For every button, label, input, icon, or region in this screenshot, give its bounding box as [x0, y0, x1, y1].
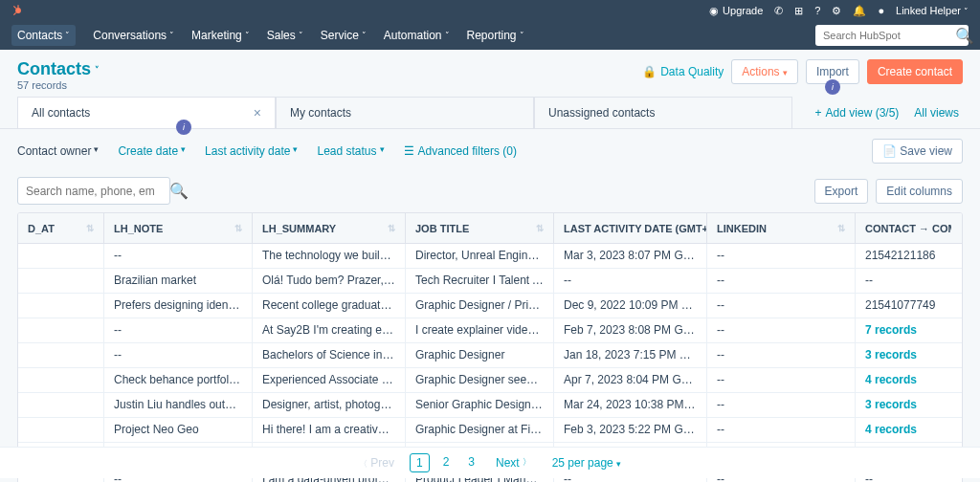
add-view-button[interactable]: +Add view (3/5) — [815, 106, 900, 120]
table-row[interactable]: --At Say2B I'm creating explai...I creat… — [18, 318, 962, 343]
table-cell: -- — [707, 368, 856, 392]
nav-item-marketing[interactable]: Marketing ˅ — [191, 25, 250, 46]
sort-icon: ⇅ — [837, 223, 845, 233]
nav-item-automation[interactable]: Automation ˅ — [384, 25, 450, 46]
table-cell: Justin Liu handles outbound ... — [104, 393, 253, 417]
table-cell[interactable]: 3 records — [856, 393, 951, 417]
account-menu[interactable]: Linked Helper ˅ — [896, 5, 969, 16]
nav-item-conversations[interactable]: Conversations ˅ — [93, 25, 174, 46]
table-cell[interactable]: 4 records — [856, 418, 951, 442]
nav-item-reporting[interactable]: Reporting ˅ — [467, 25, 524, 46]
svg-line-2 — [13, 6, 15, 8]
table-cell: Senior Graphic Designer at B... — [406, 393, 554, 417]
filter-contact-owner[interactable]: Contact owner ▾ — [17, 144, 99, 158]
column-header[interactable]: CONTACT → COMMU⇅ — [856, 213, 951, 243]
table-cell[interactable]: 7 records — [856, 318, 951, 342]
table-row[interactable]: --Bachelors of Science in Grap...Graphic… — [18, 343, 962, 368]
hubspot-logo-icon[interactable] — [11, 4, 25, 17]
table-search[interactable]: 🔍 — [17, 177, 170, 205]
marketplace-icon[interactable]: ⊞ — [794, 5, 803, 17]
phone-icon[interactable]: ✆ — [774, 5, 783, 17]
table-cell: Tech Recruiter I Talent Acqui... — [406, 269, 554, 293]
settings-icon[interactable]: ⚙ — [832, 5, 841, 17]
edit-columns-button[interactable]: Edit columns — [876, 179, 963, 204]
next-page[interactable]: Next 〉 — [490, 454, 537, 471]
table-cell: Prefers designing identica — [104, 294, 253, 318]
table-row[interactable]: Prefers designing identicaRecent college… — [18, 294, 962, 318]
filter-last-activity[interactable]: Last activity date ▾ — [205, 144, 298, 158]
table-cell: Director, Unreal Engine at Ep... — [406, 244, 554, 268]
nav-item-sales[interactable]: Sales ˅ — [267, 25, 303, 46]
table-cell — [18, 393, 104, 417]
table-row[interactable]: Justin Liu handles outbound ...Designer,… — [18, 393, 962, 418]
sort-icon: ⇅ — [536, 223, 544, 233]
upgrade-button[interactable]: ◉ Upgrade — [709, 5, 763, 17]
create-contact-button[interactable]: Create contact — [867, 59, 963, 84]
plus-icon: + — [815, 106, 822, 120]
table-cell: I create explainer videos to ... — [406, 318, 554, 342]
global-search[interactable]: 🔍 — [815, 25, 969, 46]
all-views-link[interactable]: All views — [914, 106, 959, 120]
filter-row: Contact owner ▾ Create date ▾ Last activ… — [0, 129, 980, 173]
filter-icon: ☰ — [404, 144, 414, 158]
help-icon[interactable]: ? — [814, 5, 820, 16]
column-header[interactable]: LH_NOTE⇅ — [104, 213, 253, 243]
page-title[interactable]: Contacts˅ — [17, 59, 100, 79]
table-row[interactable]: Project Neo GeoHi there! I am a creative… — [18, 418, 962, 443]
filter-lead-status[interactable]: Lead status ▾ — [317, 144, 384, 158]
tab-unassigned-contacts[interactable]: Unassigned contacts — [534, 97, 792, 128]
table-row[interactable]: Brazilian marketOlá! Tudo bem? Prazer, m… — [18, 269, 962, 294]
search-icon[interactable]: 🔍 — [169, 182, 189, 200]
column-header[interactable]: JOB TITLE⇅ — [406, 213, 554, 243]
table-cell: Graphic Designer seeking op... — [406, 368, 554, 392]
table-row[interactable]: Check behance portfolio. De...Experience… — [18, 368, 962, 393]
close-icon[interactable]: × — [254, 105, 261, 120]
data-quality-link[interactable]: 🔒 Data Quality — [642, 65, 724, 78]
table-cell: 21542121186 — [856, 244, 951, 268]
table-cell: -- — [104, 318, 253, 342]
tabs-row: All contacts×My contactsUnassigned conta… — [0, 97, 980, 129]
sort-icon: ⇅ — [234, 223, 242, 233]
page-3[interactable]: 3 — [462, 453, 480, 472]
table-cell: -- — [707, 269, 856, 293]
table-cell[interactable]: 4 records — [856, 368, 951, 392]
table-cell: -- — [707, 343, 856, 367]
svg-line-3 — [13, 12, 15, 14]
table-cell: Mar 24, 2023 10:38 PM GMT+4 — [554, 393, 707, 417]
advanced-filters[interactable]: ☰Advanced filters (0) — [404, 144, 517, 158]
tab-all-contacts[interactable]: All contacts× — [17, 97, 276, 128]
table-cell: Check behance portfolio. De... — [104, 368, 253, 392]
table-cell: Bachelors of Science in Grap... — [253, 343, 406, 367]
page-2[interactable]: 2 — [437, 453, 456, 472]
column-header[interactable]: LH_SUMMARY⇅ — [253, 213, 406, 243]
actions-dropdown[interactable]: Actions ▾ — [731, 59, 798, 84]
global-search-input[interactable] — [823, 30, 955, 41]
lock-icon: 🔒 — [642, 65, 657, 78]
column-header[interactable]: LINKEDIN⇅ — [707, 213, 856, 243]
pagination: 〈 Prev 123 Next 〉 25 per page ▾ — [0, 447, 980, 478]
table-search-input[interactable] — [26, 185, 169, 198]
table-cell: -- — [707, 418, 856, 442]
export-button[interactable]: Export — [814, 179, 869, 204]
avatar-icon[interactable]: ● — [878, 5, 884, 16]
table-row[interactable]: --The technology we build for ...Directo… — [18, 244, 962, 269]
table-cell: -- — [707, 244, 856, 268]
table-cell: Hi there! I am a creative pro... — [253, 418, 406, 442]
page-1[interactable]: 1 — [410, 453, 430, 472]
tab-my-contacts[interactable]: My contacts — [276, 97, 534, 128]
table-cell — [18, 269, 104, 293]
per-page-select[interactable]: 25 per page ▾ — [546, 454, 627, 471]
column-header[interactable]: LAST ACTIVITY DATE (GMT+4)⇅ — [554, 213, 707, 243]
table-cell: Graphic Designer — [406, 343, 554, 367]
nav-item-contacts[interactable]: Contacts ˅ — [11, 25, 76, 46]
table-cell: Dec 9, 2022 10:09 PM GMT+4 — [554, 294, 707, 318]
save-view-button[interactable]: 📄 Save view — [872, 139, 963, 164]
search-icon[interactable]: 🔍 — [955, 27, 974, 45]
table-cell — [18, 418, 104, 442]
notifications-icon[interactable]: 🔔 — [853, 5, 866, 17]
table-cell[interactable]: 3 records — [856, 343, 951, 367]
filter-create-date[interactable]: Create date ▾ — [118, 144, 186, 158]
nav-item-service[interactable]: Service ˅ — [321, 25, 367, 46]
prev-page[interactable]: 〈 Prev — [353, 454, 400, 472]
column-header[interactable]: D_AT⇅ — [18, 213, 104, 243]
